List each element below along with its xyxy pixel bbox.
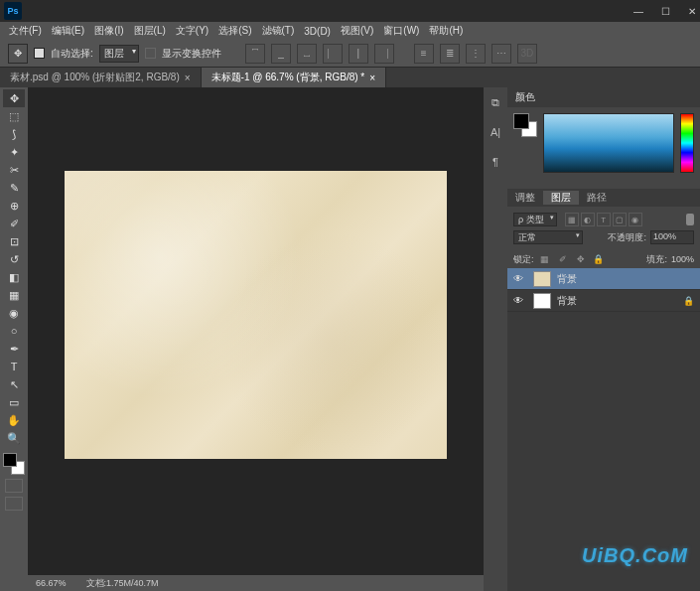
auto-select-dropdown[interactable]: 图层 xyxy=(99,45,139,63)
window-controls: — ☐ ✕ xyxy=(633,6,696,17)
quickmask-icon[interactable] xyxy=(5,479,23,493)
maximize-button[interactable]: ☐ xyxy=(661,6,670,17)
current-tool-icon[interactable]: ✥ xyxy=(8,44,28,64)
hand-tool[interactable]: ✋ xyxy=(3,411,25,429)
menu-3d[interactable]: 3D(D) xyxy=(299,26,336,37)
layer-name[interactable]: 背景 xyxy=(557,272,577,286)
menu-window[interactable]: 窗口(W) xyxy=(378,24,424,38)
history-brush-tool[interactable]: ↺ xyxy=(3,250,25,268)
close-icon[interactable]: × xyxy=(369,73,375,83)
canvas-area[interactable]: 66.67% 文档:1.75M/40.7M xyxy=(28,87,484,591)
menu-help[interactable]: 帮助(H) xyxy=(424,24,468,38)
filter-adjust-icon[interactable]: ◐ xyxy=(581,213,595,226)
dock-history-icon[interactable]: ⧉ xyxy=(487,93,504,111)
eraser-tool[interactable]: ◧ xyxy=(3,268,25,286)
blur-tool[interactable]: ◉ xyxy=(3,304,25,322)
menu-view[interactable]: 视图(V) xyxy=(336,24,378,38)
menu-type[interactable]: 文字(Y) xyxy=(171,24,213,38)
fg-color[interactable] xyxy=(513,113,529,129)
align-hcenter-icon[interactable]: | xyxy=(349,44,368,64)
hue-strip[interactable] xyxy=(680,113,694,173)
color-swatches[interactable] xyxy=(3,453,25,475)
panel-color-swatch[interactable] xyxy=(513,113,537,137)
menu-select[interactable]: 选择(S) xyxy=(213,24,256,38)
screenmode-icon[interactable] xyxy=(5,497,23,511)
show-transform-checkbox[interactable] xyxy=(145,48,156,59)
menu-layer[interactable]: 图层(L) xyxy=(129,24,171,38)
type-tool[interactable]: T xyxy=(3,358,25,375)
crop-tool[interactable]: ✂ xyxy=(3,161,25,179)
layers-panel-tabs: 调整 图层 路径 xyxy=(507,189,700,207)
zoom-tool[interactable]: 🔍 xyxy=(3,429,25,447)
tab-adjustments[interactable]: 调整 xyxy=(507,191,543,205)
distribute-3-icon[interactable]: ⋮ xyxy=(466,44,486,64)
align-vcenter-icon[interactable]: ⎯ xyxy=(271,44,291,64)
marquee-tool[interactable]: ⬚ xyxy=(3,107,25,125)
menu-filter[interactable]: 滤镜(T) xyxy=(257,24,300,38)
eyedropper-tool[interactable]: ✎ xyxy=(3,179,25,197)
close-icon[interactable]: × xyxy=(185,73,191,83)
tab-paths[interactable]: 路径 xyxy=(579,191,615,205)
tab-document-2[interactable]: 未标题-1 @ 66.7% (背景, RGB/8) * × xyxy=(202,68,386,87)
align-top-icon[interactable]: ⎴ xyxy=(245,44,265,64)
menu-file[interactable]: 文件(F) xyxy=(4,24,47,38)
dock-paragraph-icon[interactable]: ¶ xyxy=(487,153,504,171)
visibility-icon[interactable]: 👁 xyxy=(513,273,527,284)
opacity-value[interactable]: 100% xyxy=(650,230,694,244)
zoom-level[interactable]: 66.67% xyxy=(36,578,67,588)
distribute-2-icon[interactable]: ≣ xyxy=(440,44,460,64)
filter-toggle[interactable] xyxy=(686,214,694,225)
fill-value[interactable]: 100% xyxy=(671,254,694,264)
layer-name[interactable]: 背景 xyxy=(557,294,577,308)
stamp-tool[interactable]: ⊡ xyxy=(3,232,25,250)
show-transform-label: 显示变换控件 xyxy=(162,47,221,61)
filter-pixel-icon[interactable]: ▦ xyxy=(565,213,579,226)
align-right-icon[interactable]: ⎹ xyxy=(374,44,394,64)
3d-mode-icon[interactable]: 3D xyxy=(517,44,537,64)
distribute-1-icon[interactable]: ≡ xyxy=(414,44,434,64)
healing-tool[interactable]: ⊕ xyxy=(3,197,25,215)
filter-smart-icon[interactable]: ◉ xyxy=(629,213,642,226)
move-tool[interactable]: ✥ xyxy=(3,89,25,107)
filter-shape-icon[interactable]: ▢ xyxy=(613,213,627,226)
align-bottom-icon[interactable]: ⎵ xyxy=(297,44,317,64)
menu-image[interactable]: 图像(I) xyxy=(89,24,128,38)
tab-layers[interactable]: 图层 xyxy=(543,191,579,205)
magic-wand-tool[interactable]: ✦ xyxy=(3,143,25,161)
align-left-icon[interactable]: ⎸ xyxy=(323,44,343,64)
color-spectrum[interactable] xyxy=(543,113,674,173)
close-button[interactable]: ✕ xyxy=(688,6,696,17)
minimize-button[interactable]: — xyxy=(633,6,643,17)
options-bar: ✥ 自动选择: 图层 显示变换控件 ⎴ ⎯ ⎵ ⎸ | ⎹ ≡ ≣ ⋮ ⋯ 3D xyxy=(0,40,700,68)
lock-paint-icon[interactable]: ✐ xyxy=(556,252,570,266)
blend-mode-dropdown[interactable]: 正常 xyxy=(513,230,583,244)
distribute-4-icon[interactable]: ⋯ xyxy=(491,44,511,64)
menu-edit[interactable]: 编辑(E) xyxy=(47,24,89,38)
doc-info: 文档:1.75M/40.7M xyxy=(86,577,159,590)
layer-thumbnail[interactable] xyxy=(533,293,551,309)
layer-item[interactable]: 👁 背景 🔒 xyxy=(507,290,700,312)
dodge-tool[interactable]: ○ xyxy=(3,322,25,340)
gradient-tool[interactable]: ▦ xyxy=(3,286,25,304)
visibility-icon[interactable]: 👁 xyxy=(513,295,527,306)
panels: 颜色 调整 图层 路径 ρ 类型 ▦ ◐ T ▢ ◉ xyxy=(507,87,700,591)
layer-thumbnail[interactable] xyxy=(533,271,551,287)
lock-transparency-icon[interactable]: ▦ xyxy=(538,252,552,266)
color-panel-tab[interactable]: 颜色 xyxy=(507,87,700,107)
lock-all-icon[interactable]: 🔒 xyxy=(592,252,606,266)
filter-kind-dropdown[interactable]: ρ 类型 xyxy=(513,213,557,226)
filter-type-icon[interactable]: T xyxy=(597,213,611,226)
auto-select-checkbox[interactable] xyxy=(34,48,45,59)
document-canvas[interactable] xyxy=(65,171,447,459)
pen-tool[interactable]: ✒ xyxy=(3,340,25,358)
ps-logo: Ps xyxy=(4,2,22,20)
lock-position-icon[interactable]: ✥ xyxy=(574,252,588,266)
dock-character-icon[interactable]: A| xyxy=(487,123,504,141)
tab-document-1[interactable]: 素材.psd @ 100% (折射贴图2, RGB/8) × xyxy=(0,68,202,87)
path-tool[interactable]: ↖ xyxy=(3,375,25,393)
brush-tool[interactable]: ✐ xyxy=(3,215,25,232)
shape-tool[interactable]: ▭ xyxy=(3,393,25,411)
lasso-tool[interactable]: ⟆ xyxy=(3,125,25,143)
foreground-color[interactable] xyxy=(3,453,17,467)
layer-item[interactable]: 👁 背景 xyxy=(507,268,700,290)
